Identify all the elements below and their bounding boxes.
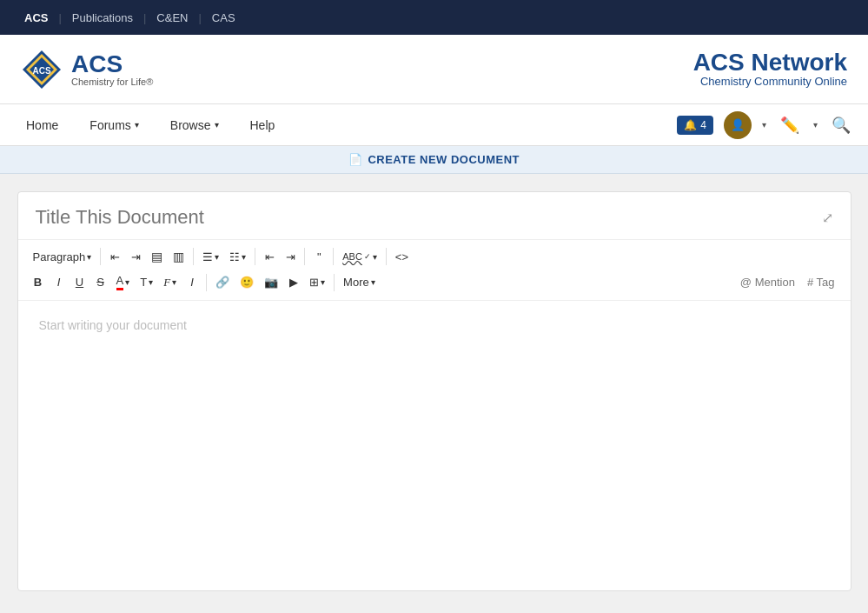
bell-icon: 🔔	[684, 119, 697, 131]
font-family-dropdown[interactable]: F ▾	[159, 273, 181, 292]
edit-icon-button[interactable]: ✏️	[777, 112, 803, 138]
toolbar-row-2: B I U S A ▾ T ▾ F ▾ I	[29, 271, 840, 293]
align-right-icon: ▤	[151, 250, 162, 263]
numbered-list-dropdown[interactable]: ☷ ▾	[225, 248, 250, 266]
paragraph-chevron-icon: ▾	[87, 252, 91, 262]
bold-icon: B	[34, 276, 42, 289]
doc-title-area: ⤢	[18, 192, 851, 240]
editor-area[interactable]: Start writing your document	[18, 301, 851, 562]
doc-title-input[interactable]	[36, 206, 822, 229]
bullet-chevron-icon: ▾	[215, 252, 219, 262]
avatar-letter: 👤	[731, 118, 745, 131]
create-document-button[interactable]: 📄 CREATE NEW DOCUMENT	[348, 153, 520, 166]
top-bar: ACS | Publications | C&EN | CAS	[0, 0, 868, 35]
italic-icon: I	[57, 276, 61, 289]
bell-count: 4	[700, 119, 706, 131]
search-button[interactable]: 🔍	[828, 112, 854, 138]
more-dropdown[interactable]: More ▾	[339, 273, 380, 291]
paragraph-label: Paragraph	[33, 250, 86, 263]
font-family-chevron-icon: ▾	[172, 277, 176, 287]
video-button[interactable]: ▶	[284, 273, 303, 291]
numbered-list-icon: ☷	[229, 250, 240, 263]
network-title-main: ACS Network	[693, 50, 847, 75]
document-container: ⤢ Paragraph ▾ ⇤ ⇥ ▤ ▥ ☰ ▾	[17, 191, 851, 591]
acs-name: ACS	[71, 52, 153, 77]
code-button[interactable]: <>	[391, 248, 413, 266]
spellcheck-dropdown[interactable]: ABC ✓ ▾	[338, 249, 381, 264]
separator8	[334, 274, 335, 291]
logo-area: ACS ACS Chemistry for Life®	[21, 49, 153, 90]
align-left-icon: ⇤	[110, 250, 120, 263]
separator1	[100, 248, 101, 265]
bullet-list-dropdown[interactable]: ☰ ▾	[198, 248, 223, 266]
topbar-acs[interactable]: ACS	[14, 11, 58, 24]
nav-help[interactable]: Help	[238, 108, 288, 143]
italic-button[interactable]: I	[50, 273, 69, 291]
nav-home[interactable]: Home	[14, 108, 70, 143]
video-icon: ▶	[289, 276, 298, 289]
indent-button[interactable]: ⇥	[281, 248, 300, 266]
photo-button[interactable]: 📷	[260, 273, 282, 291]
separator3	[255, 248, 255, 265]
emoji-button[interactable]: 🙂	[235, 273, 258, 291]
edit-chevron-icon: ▾	[813, 120, 818, 130]
text-format-chevron-icon: ▾	[149, 277, 153, 287]
paragraph-style-dropdown[interactable]: Paragraph ▾	[29, 248, 96, 266]
outdent-button[interactable]: ⇤	[260, 248, 279, 266]
tag-button[interactable]: # Tag	[802, 273, 840, 291]
align-justify-button[interactable]: ▥	[169, 247, 189, 266]
align-justify-icon: ▥	[173, 250, 184, 263]
link-icon: 🔗	[215, 276, 229, 289]
photo-icon: 📷	[264, 276, 278, 289]
mention-button[interactable]: @ Mention	[735, 273, 800, 291]
avatar-button[interactable]: 👤	[724, 111, 752, 139]
outdent-icon: ⇤	[265, 250, 275, 263]
avatar-chevron-icon: ▾	[762, 120, 766, 130]
strikethrough-icon: S	[96, 276, 104, 289]
italic2-button[interactable]: I	[182, 273, 202, 291]
separator6	[386, 248, 387, 265]
font-color-chevron-icon: ▾	[125, 277, 129, 287]
text-format-dropdown[interactable]: T ▾	[136, 273, 157, 291]
emoji-icon: 🙂	[240, 276, 254, 289]
table-dropdown[interactable]: ⊞ ▾	[305, 273, 329, 291]
editor-placeholder: Start writing your document	[39, 318, 187, 332]
underline-button[interactable]: U	[70, 273, 89, 291]
text-format-icon: T	[140, 276, 147, 289]
header: ACS ACS Chemistry for Life® ACS Network …	[0, 35, 868, 104]
more-chevron-icon: ▾	[371, 277, 375, 287]
table-icon: ⊞	[309, 276, 319, 289]
expand-button[interactable]: ⤢	[822, 210, 833, 226]
nav-left: Home Forums Browse Help	[14, 108, 287, 143]
topbar-publications[interactable]: Publications	[62, 11, 143, 24]
nav-right: 🔔 4 👤 ▾ ✏️ ▾ 🔍	[677, 111, 854, 139]
document-icon: 📄	[348, 153, 363, 166]
link-button[interactable]: 🔗	[211, 273, 234, 291]
separator5	[333, 248, 334, 265]
align-right-button[interactable]: ▤	[147, 247, 167, 266]
create-document-label: CREATE NEW DOCUMENT	[368, 153, 520, 166]
bold-button[interactable]: B	[29, 273, 48, 291]
italic2-icon: I	[190, 276, 194, 289]
font-color-dropdown[interactable]: A ▾	[112, 271, 135, 293]
nav-browse[interactable]: Browse	[158, 108, 231, 143]
spellcheck-chevron-icon: ▾	[373, 252, 377, 262]
acs-tagline: Chemistry for Life®	[71, 77, 153, 87]
acs-logo-icon: ACS	[21, 49, 63, 90]
numbered-chevron-icon: ▾	[242, 252, 246, 262]
blockquote-icon: "	[317, 250, 321, 263]
topbar-cen[interactable]: C&EN	[146, 11, 198, 24]
align-center-icon: ⇥	[131, 250, 141, 263]
align-left-button[interactable]: ⇤	[105, 248, 124, 266]
nav-bar: Home Forums Browse Help 🔔 4 👤 ▾ ✏️ ▾ 🔍	[0, 104, 868, 146]
align-center-button[interactable]: ⇥	[126, 248, 145, 266]
separator7	[206, 274, 207, 291]
network-title-area: ACS Network Chemistry Community Online	[693, 50, 847, 88]
bell-button[interactable]: 🔔 4	[677, 116, 713, 135]
separator2	[193, 248, 194, 265]
strikethrough-button[interactable]: S	[91, 273, 110, 291]
create-bar: 📄 CREATE NEW DOCUMENT	[0, 146, 868, 174]
blockquote-button[interactable]: "	[309, 248, 328, 266]
nav-forums[interactable]: Forums	[77, 108, 150, 143]
topbar-cas[interactable]: CAS	[202, 11, 246, 24]
